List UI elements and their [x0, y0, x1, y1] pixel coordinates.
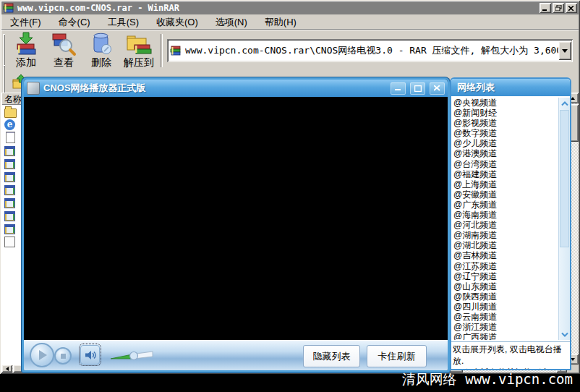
address-text: www.vipcn.com-CNOS.rar\CNOS网络电视3.0 - RAR…: [185, 44, 558, 57]
menu-item[interactable]: 选项(N): [207, 14, 256, 30]
arrow-left-icon: [6, 367, 9, 371]
channel-item[interactable]: @新闻财经: [453, 108, 559, 118]
channel-item[interactable]: @少儿频道: [453, 138, 559, 148]
toolbar-gripper: [3, 34, 5, 67]
menu-item[interactable]: 命令(C): [50, 14, 99, 30]
network-list-panel: 网络列表 @央视频道@新闻财经@影视频道@数字频道@少儿频道@港澳频道@台湾频道…: [450, 77, 571, 370]
stop-button[interactable]: [54, 347, 72, 365]
extract-to-icon: [126, 32, 152, 56]
play-button[interactable]: [30, 343, 54, 367]
text-file-icon: [6, 132, 15, 143]
plain-file-icon: [4, 237, 15, 247]
hide-list-button[interactable]: 隐藏列表: [303, 345, 360, 367]
winrar-toolbar: 添加 查看 删除: [1, 30, 579, 71]
address-combobox[interactable]: www.vipcn.com-CNOS.rar\CNOS网络电视3.0 - RAR…: [167, 39, 573, 62]
hide-list-label: 隐藏列表: [313, 350, 351, 363]
player-title: CNOS网络播放器正式版: [43, 82, 386, 95]
menu-item[interactable]: 文件(F): [1, 14, 50, 30]
media-app-icon: [4, 185, 15, 195]
channel-item[interactable]: @陕西频道: [453, 291, 559, 302]
toolbar-separator: [161, 34, 163, 67]
view-button-label: 查看: [54, 56, 74, 69]
channel-item[interactable]: @广西频道: [453, 332, 559, 340]
play-icon: [39, 350, 47, 360]
media-app-icon: [4, 146, 15, 156]
winrar-logo-icon: [3, 3, 14, 13]
channel-item[interactable]: @河北频道: [453, 220, 559, 230]
menu-item[interactable]: 收藏夹(O): [148, 14, 207, 30]
player-window: CNOS网络播放器正式版 隐藏列表 卡住刷新: [22, 77, 450, 372]
channel-scroll-thumb[interactable]: [560, 110, 569, 247]
channel-scroll-down-button[interactable]: [559, 328, 570, 340]
player-maximize-button[interactable]: [410, 82, 425, 95]
volume-thumb[interactable]: [130, 352, 138, 360]
channel-item[interactable]: @辽宁频道: [453, 271, 559, 281]
chevron-down-icon: [561, 332, 568, 337]
menu-item[interactable]: 工具(S): [99, 14, 148, 30]
channel-scroll-up-button[interactable]: [559, 98, 570, 109]
delete-button-label: 删除: [91, 56, 111, 69]
channel-item[interactable]: @山东频道: [453, 281, 559, 291]
channel-item[interactable]: @海南频道: [453, 210, 559, 220]
channel-item[interactable]: @江苏频道: [453, 261, 559, 271]
channel-item[interactable]: @湖南频道: [453, 230, 559, 240]
channel-item[interactable]: @央视频道: [453, 98, 559, 108]
minimize-button[interactable]: [540, 3, 551, 13]
channel-item[interactable]: @浙江频道: [453, 322, 559, 332]
extract-button[interactable]: 解压到: [120, 31, 158, 70]
channel-item[interactable]: @云南频道: [453, 312, 559, 322]
help-line-1: 双击展开列表, 双击电视台播放.: [453, 344, 568, 367]
help-text-box: 双击展开列表, 双击电视台播放. 右击托盘菜单切换列表: [451, 341, 570, 369]
player-controlbar: 隐藏列表 卡住刷新: [24, 340, 448, 370]
media-app-icon: [4, 224, 15, 234]
menu-item[interactable]: 帮助(H): [256, 14, 305, 30]
channel-item[interactable]: @四川频道: [453, 302, 559, 312]
extract-button-label: 解压到: [124, 56, 154, 69]
player-close-button[interactable]: [430, 82, 445, 95]
channel-item[interactable]: @台湾频道: [453, 159, 559, 169]
window-title: www.vipcn.com-CNOS.rar - WinRAR: [17, 3, 538, 13]
scroll-left-button[interactable]: [1, 365, 12, 372]
network-panel-titlebar[interactable]: 网络列表: [451, 79, 570, 96]
player-titlebar[interactable]: CNOS网络播放器正式版: [24, 80, 448, 97]
add-archive-icon: [13, 32, 39, 56]
close-button[interactable]: [566, 3, 577, 13]
delete-icon: [88, 32, 114, 56]
chevron-up-icon: [561, 101, 568, 106]
dropdown-arrow-icon: [562, 49, 568, 53]
folder-icon: [4, 108, 17, 118]
video-area[interactable]: [24, 97, 448, 340]
channel-item[interactable]: @湖北频道: [453, 240, 559, 250]
internet-explorer-icon: [4, 119, 15, 130]
media-app-icon: [4, 172, 15, 182]
view-button[interactable]: 查看: [45, 31, 82, 70]
channel-item[interactable]: @上海频道: [453, 179, 559, 189]
media-app-icon: [4, 211, 15, 221]
winrar-titlebar[interactable]: www.vipcn.com-CNOS.rar - WinRAR: [1, 1, 579, 14]
winrar-archive-icon: [170, 46, 182, 56]
stop-icon: [61, 354, 66, 359]
address-dropdown-button[interactable]: [558, 41, 571, 60]
add-button[interactable]: 添加: [7, 31, 45, 70]
channel-scrollbar[interactable]: [558, 98, 570, 340]
channel-item[interactable]: @安徽频道: [453, 189, 559, 200]
volume-slider[interactable]: [109, 349, 155, 361]
channel-item[interactable]: @广东频道: [453, 200, 559, 210]
help-line-2: 右击托盘菜单切换列表: [453, 367, 568, 369]
add-button-label: 添加: [16, 56, 36, 69]
media-app-icon: [4, 198, 15, 208]
channel-item[interactable]: @影视频道: [453, 118, 559, 128]
winrar-menubar: 文件(F)命令(C)工具(S)收藏夹(O)选项(N)帮助(H): [1, 14, 579, 30]
player-minimize-button[interactable]: [391, 82, 406, 95]
mute-button[interactable]: [80, 345, 100, 365]
channel-item[interactable]: @福建频道: [453, 169, 559, 179]
speaker-icon: [85, 350, 96, 360]
delete-button[interactable]: 删除: [82, 31, 120, 70]
channel-item[interactable]: @吉林频道: [453, 250, 559, 260]
refresh-button[interactable]: 卡住刷新: [367, 345, 427, 367]
watermark-text: 清风网络 www.vipcn.com: [402, 370, 573, 389]
restore-button[interactable]: [553, 3, 564, 13]
channel-item[interactable]: @港澳频道: [453, 148, 559, 158]
channel-item[interactable]: @数字频道: [453, 128, 559, 138]
refresh-label: 卡住刷新: [378, 350, 416, 363]
